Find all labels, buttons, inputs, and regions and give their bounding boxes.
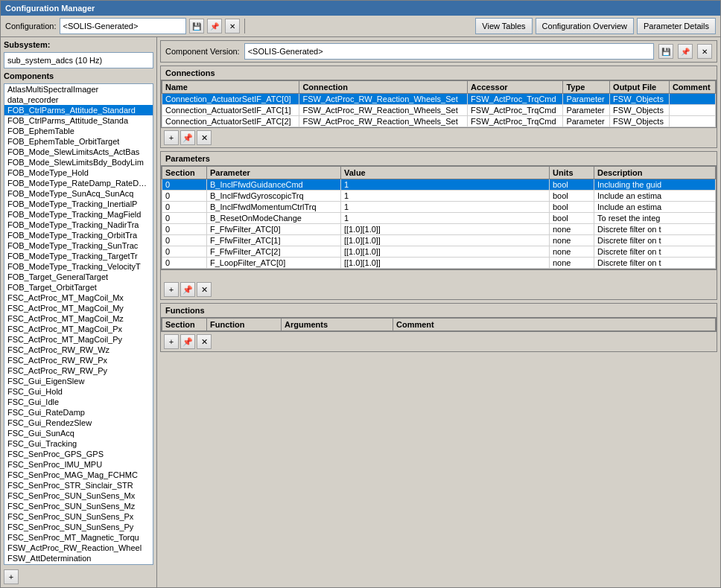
main-area: Subsystem: sub_system_adcs (10 Hz) Compo…: [1, 37, 720, 587]
delete-icon[interactable]: ✕: [225, 19, 240, 33]
table-row[interactable]: 0B_InclFfwdGuidanceCmd1boolIncluding the…: [162, 179, 716, 191]
pin-connection-button[interactable]: 📌: [180, 130, 195, 145]
add-connection-button[interactable]: +: [164, 130, 179, 145]
parameters-table-wrapper[interactable]: Section Parameter Value Units Descriptio…: [161, 165, 717, 269]
list-item[interactable]: FSC_ActProc_MT_MagCoil_Mx: [4, 293, 153, 303]
table-cell: FSW_ActProc_TrqCmd: [468, 94, 563, 105]
funcs-toolbar: + 📌 ✕: [161, 332, 717, 351]
func-col-function: Function: [207, 319, 282, 331]
list-item[interactable]: FSC_ActProc_MT_MagCoil_Px: [4, 324, 153, 334]
list-item[interactable]: FOB_ModeType_SunAcq_SunAcq: [4, 188, 153, 199]
list-item[interactable]: FOB_CtrlParms_Attitude_Standard: [4, 105, 153, 115]
table-row[interactable]: 0F_FfwFilter_ATC[0][[1.0][1.0]]noneDiscr…: [162, 224, 716, 235]
table-cell: F_FfwFilter_ATC[1]: [207, 235, 341, 246]
list-item[interactable]: FSC_Gui_Idle: [4, 397, 153, 407]
list-item[interactable]: FSC_SenProc_IMU_MPU: [4, 459, 153, 470]
table-cell: FSW_ActProc_RW_Reaction_Wheels_Set: [299, 94, 468, 105]
delete-param-button[interactable]: ✕: [197, 282, 212, 297]
list-item[interactable]: FOB_ModeType_Tracking_NadirTra: [4, 220, 153, 230]
list-item[interactable]: FOB_Mode_SlewLimitsActs_ActBas: [4, 147, 153, 157]
list-item[interactable]: FSC_SenProc_SUN_SunSens_Mz: [4, 501, 153, 511]
list-item[interactable]: FOB_ModeType_Tracking_OrbitTra: [4, 230, 153, 240]
list-item[interactable]: FOB_Target_OrbitTarget: [4, 282, 153, 293]
list-item[interactable]: FSW_AttDetermination: [4, 553, 153, 563]
config-overview-button[interactable]: Configuration Overview: [536, 18, 634, 34]
delete-func-button[interactable]: ✕: [197, 334, 212, 349]
table-row[interactable]: 0F_LoopFilter_ATC[0][[1.0][1.0]]noneDisc…: [162, 258, 716, 269]
cv-dropdown[interactable]: <SOLIS-Generated>: [244, 43, 654, 60]
table-row[interactable]: Connection_ActuatorSetIF_ATC[1]FSW_ActPr…: [162, 105, 716, 116]
list-item[interactable]: FSC_SenProc_MAG_Mag_FCHMC: [4, 470, 153, 480]
functions-table-wrapper[interactable]: Section Function Arguments Comment: [161, 317, 717, 332]
list-item[interactable]: FSC_Gui_Hold: [4, 386, 153, 397]
connections-table-wrapper[interactable]: Name Connection Accessor Type Output Fil…: [161, 80, 717, 128]
list-item[interactable]: FSC_Gui_RendezSlew: [4, 418, 153, 428]
list-item[interactable]: FSC_Gui_Tracking: [4, 438, 153, 449]
table-cell: FSW_Objects: [610, 116, 670, 127]
list-item[interactable]: FOB_Mode_SlewLimitsBdy_BodyLim: [4, 157, 153, 167]
list-item[interactable]: FSC_Gui_SunAcq: [4, 428, 153, 438]
param-details-button[interactable]: Parameter Details: [637, 18, 716, 34]
list-item[interactable]: AtlasMultiSpectralImager: [4, 84, 153, 95]
list-item[interactable]: FSC_ActProc_RW_RW_Py: [4, 365, 153, 376]
table-cell: FSW_ActProc_TrqCmd: [468, 116, 563, 127]
list-item[interactable]: FOB_CtrlParms_Attitude_Standa: [4, 115, 153, 126]
cv-save-icon[interactable]: 💾: [658, 44, 673, 59]
add-param-button[interactable]: +: [164, 282, 179, 297]
pin-icon[interactable]: 📌: [207, 19, 222, 33]
list-item[interactable]: FOB_Target_GeneralTarget: [4, 272, 153, 282]
table-cell: Parameter: [563, 116, 610, 127]
list-item[interactable]: FSC_SenProc_SUN_SunSens_Mx: [4, 490, 153, 501]
table-row[interactable]: 0B_InclFfwdMomentumCtrlTrq1boolInclude a…: [162, 202, 716, 213]
table-row[interactable]: 0B_ResetOnModeChange1boolTo reset the in…: [162, 213, 716, 224]
pin-param-button[interactable]: 📌: [180, 282, 195, 297]
list-item[interactable]: FSC_ActProc_MT_MagCoil_Mz: [4, 313, 153, 324]
list-item[interactable]: FSC_SenProc_MT_Magnetic_Torqu: [4, 532, 153, 543]
list-item[interactable]: data_recorder: [4, 95, 153, 105]
params-toolbar: + 📌 ✕: [161, 280, 717, 299]
component-version-row: Component Version: <SOLIS-Generated> 💾 📌…: [160, 40, 717, 63]
list-item[interactable]: FSC_ActProc_RW_RW_Wz: [4, 345, 153, 355]
list-item[interactable]: FOB_ModeType_Tracking_TargetTr: [4, 251, 153, 261]
list-item[interactable]: FOB_ModeType_Tracking_VelocityT: [4, 261, 153, 272]
add-func-button[interactable]: +: [164, 334, 179, 349]
table-row[interactable]: 0F_FfwFilter_ATC[1][[1.0][1.0]]noneDiscr…: [162, 235, 716, 246]
list-item[interactable]: FSC_ActProc_MT_MagCoil_Py: [4, 334, 153, 345]
list-item[interactable]: FSC_ActProc_RW_RW_Px: [4, 355, 153, 365]
save-icon[interactable]: 💾: [189, 19, 204, 33]
list-item[interactable]: FSC_SenProc_SUN_SunSens_Py: [4, 522, 153, 532]
list-item[interactable]: FSC_Gui_RateDamp: [4, 407, 153, 418]
add-component-button[interactable]: +: [4, 569, 19, 584]
list-item[interactable]: FSC_SenProc_GPS_GPS: [4, 449, 153, 459]
subsystem-dropdown[interactable]: sub_system_adcs (10 Hz): [4, 52, 153, 68]
table-cell: Parameter: [563, 94, 610, 105]
pin-func-button[interactable]: 📌: [180, 334, 195, 349]
list-item[interactable]: FSC_SenProc_STR_Sinclair_STR: [4, 480, 153, 490]
table-row[interactable]: 0B_InclFfwdGyroscopicTrq1boolInclude an …: [162, 191, 716, 202]
list-item[interactable]: FOB_ModeType_Tracking_InertialP: [4, 199, 153, 209]
param-col-value: Value: [341, 167, 550, 179]
table-row[interactable]: Connection_ActuatorSetIF_ATC[2]FSW_ActPr…: [162, 116, 716, 127]
params-hscroll[interactable]: [161, 269, 717, 280]
list-item[interactable]: FOB_ModeType_Tracking_SunTrac: [4, 240, 153, 251]
list-item[interactable]: FSC_Gui_EigenSlew: [4, 376, 153, 386]
table-row[interactable]: Connection_ActuatorSetIF_ATC[0]FSW_ActPr…: [162, 94, 716, 105]
list-item[interactable]: FSW_Ctrl_Attitude: [4, 563, 153, 565]
list-item[interactable]: FOB_ModeType_Tracking_MagField: [4, 209, 153, 220]
list-item[interactable]: FSC_SenProc_SUN_SunSens_Px: [4, 511, 153, 522]
list-item[interactable]: FOB_EphemTable_OrbitTarget: [4, 136, 153, 147]
table-cell: [[1.0][1.0]]: [341, 235, 550, 246]
list-item[interactable]: FSC_ActProc_MT_MagCoil_My: [4, 303, 153, 313]
list-item[interactable]: FOB_ModeType_RateDamp_RateDam: [4, 178, 153, 188]
left-panel: Subsystem: sub_system_adcs (10 Hz) Compo…: [1, 37, 157, 587]
list-item[interactable]: FOB_EphemTable: [4, 126, 153, 136]
view-tables-button[interactable]: View Tables: [475, 18, 532, 34]
list-item[interactable]: FSW_ActProc_RW_Reaction_Wheel: [4, 543, 153, 553]
cv-delete-icon[interactable]: ✕: [697, 44, 712, 59]
config-dropdown[interactable]: <SOLIS-Generated>: [60, 18, 186, 34]
table-row[interactable]: 0F_FfwFilter_ATC[2][[1.0][1.0]]noneDiscr…: [162, 246, 716, 258]
cv-pin-icon[interactable]: 📌: [678, 44, 693, 59]
list-item[interactable]: FOB_ModeType_Hold: [4, 167, 153, 178]
table-cell: Parameter: [563, 105, 610, 116]
delete-connection-button[interactable]: ✕: [197, 130, 212, 145]
